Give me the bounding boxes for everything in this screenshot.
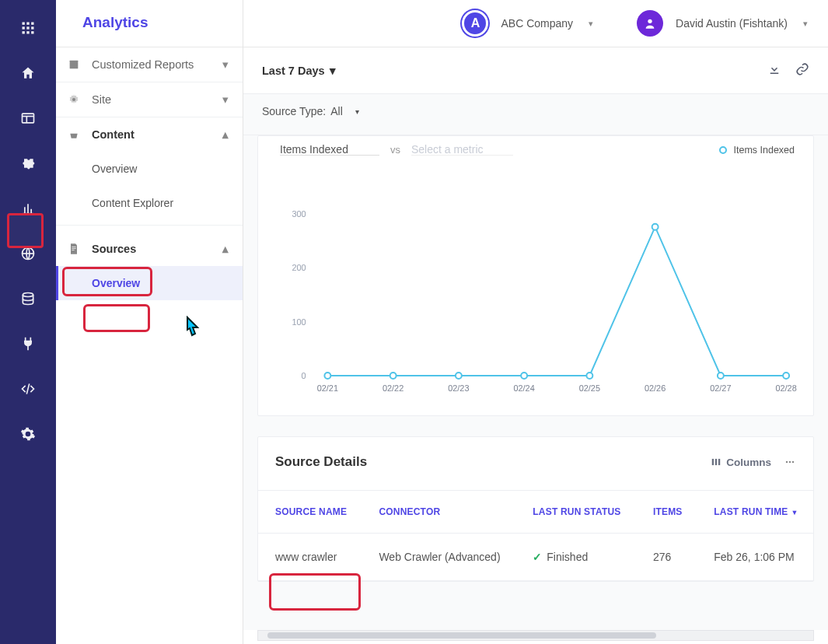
check-icon: ✓ (533, 551, 542, 563)
more-menu-button[interactable] (784, 456, 796, 468)
svg-rect-8 (31, 31, 33, 33)
chevron-down-icon: ▾ (355, 107, 359, 116)
source-type-label: Source Type: (262, 105, 326, 117)
svg-point-15 (324, 373, 330, 379)
brand-block: Analytics (56, 0, 243, 47)
line-chart: 300 200 100 0 02/21 02 (274, 182, 798, 392)
columns-icon (711, 457, 721, 467)
cell-connector: Web Crawler (Advanced) (362, 534, 515, 581)
link-icon[interactable] (795, 62, 809, 79)
sidebar-content-explorer[interactable]: Content Explorer (56, 186, 243, 226)
horizontal-scrollbar[interactable] (257, 630, 814, 641)
dashboard-icon[interactable] (19, 109, 37, 128)
ytick: 0 (302, 371, 306, 380)
gear-icon[interactable] (19, 425, 37, 443)
company-avatar[interactable]: A (462, 10, 488, 37)
svg-point-22 (783, 373, 789, 379)
xtick: 02/27 (710, 383, 731, 392)
svg-rect-4 (26, 26, 29, 29)
svg-rect-0 (23, 23, 25, 25)
svg-rect-12 (70, 61, 79, 69)
metric-selector-secondary[interactable]: Select a metric (411, 145, 513, 156)
xtick: 02/21 (317, 383, 338, 392)
user-avatar[interactable] (637, 10, 663, 37)
scrollbar-thumb[interactable] (267, 632, 656, 639)
chevron-up-icon: ▴ (222, 128, 229, 141)
cell-items: 276 (636, 534, 697, 581)
puzzle-icon[interactable] (19, 154, 37, 173)
sidebar-content[interactable]: Content ▴ (56, 117, 243, 152)
col-connector[interactable]: CONNECTOR (362, 491, 515, 534)
svg-point-17 (456, 373, 462, 379)
metric-selector-primary[interactable]: Items Indexed (280, 145, 379, 156)
series-line (327, 227, 786, 376)
xtick: 02/26 (645, 383, 666, 392)
svg-point-21 (718, 373, 724, 379)
reports-icon (67, 58, 81, 71)
col-last-run-time[interactable]: LAST RUN TIME▼ (697, 491, 813, 534)
col-source-name[interactable]: SOURCE NAME (258, 491, 362, 534)
columns-label: Columns (726, 457, 771, 468)
apps-grid-icon[interactable] (19, 19, 37, 37)
topbar: A ABC Company ▾ David Austin (Fishtank) … (243, 0, 828, 47)
filters-row: Last 7 Days ▾ (243, 47, 828, 94)
company-name: ABC Company (501, 17, 573, 30)
table-row[interactable]: www crawler Web Crawler (Advanced) ✓Fini… (258, 534, 813, 581)
svg-rect-5 (31, 26, 33, 29)
date-range-filter[interactable]: Last 7 Days ▾ (262, 65, 336, 77)
database-icon[interactable] (19, 289, 37, 308)
sidebar-site[interactable]: Site ▾ (56, 82, 243, 117)
xtick: 02/25 (579, 383, 600, 392)
chart-legend: Items Indexed (719, 145, 795, 156)
source-type-filter[interactable]: Source Type: All ▾ (243, 94, 828, 135)
main-region: A ABC Company ▾ David Austin (Fishtank) … (243, 0, 828, 644)
code-icon[interactable] (19, 380, 37, 398)
col-items[interactable]: ITEMS (636, 491, 697, 534)
bar-chart-icon[interactable] (19, 199, 37, 218)
globe-icon[interactable] (19, 244, 37, 263)
svg-point-18 (521, 373, 527, 379)
basket-icon (67, 128, 81, 141)
sidebar-label: Content (92, 128, 135, 141)
download-icon[interactable] (767, 62, 781, 79)
chevron-down-icon: ▾ (222, 58, 229, 71)
xtick: 02/22 (383, 383, 404, 392)
svg-point-11 (23, 293, 33, 297)
svg-point-20 (652, 224, 659, 230)
svg-point-27 (789, 461, 791, 463)
plug-icon[interactable] (19, 334, 37, 353)
details-heading: Source Details (275, 454, 367, 470)
svg-point-14 (648, 19, 652, 23)
company-dropdown[interactable]: ▾ (585, 16, 596, 32)
svg-rect-23 (712, 459, 714, 465)
sidebar: Analytics Customized Reports ▾ Site ▾ Co… (56, 0, 243, 644)
col-last-run-status[interactable]: LAST RUN STATUS (515, 491, 636, 534)
svg-point-28 (792, 461, 794, 463)
gear-small-icon (67, 93, 81, 106)
cell-last-run: Feb 26, 1:06 PM (697, 534, 813, 581)
sidebar-customized-reports[interactable]: Customized Reports ▾ (56, 47, 243, 82)
content-scroll[interactable]: Items Indexed vs Select a metric Items I… (243, 135, 828, 630)
sidebar-label: Site (92, 93, 111, 106)
xtick: 02/28 (775, 383, 796, 392)
left-nav-rail (0, 0, 56, 644)
source-details-panel: Source Details Columns SOURCE NAME CONNE… (257, 436, 814, 582)
svg-rect-2 (31, 23, 33, 25)
cell-status: ✓Finished (515, 534, 636, 581)
user-dropdown[interactable]: ▾ (800, 16, 811, 32)
more-horizontal-icon (784, 456, 796, 468)
ytick: 300 (292, 209, 306, 219)
svg-rect-3 (23, 26, 25, 29)
columns-button[interactable]: Columns (711, 457, 771, 468)
source-details-table: SOURCE NAME CONNECTOR LAST RUN STATUS IT… (258, 491, 813, 581)
svg-rect-24 (715, 459, 717, 465)
sort-desc-icon: ▼ (791, 509, 798, 516)
home-icon[interactable] (19, 64, 37, 82)
source-type-value: All (330, 105, 343, 117)
sidebar-sources-overview[interactable]: Overview (56, 266, 243, 300)
user-name: David Austin (Fishtank) (676, 17, 788, 30)
xtick: 02/24 (513, 383, 534, 392)
sidebar-sources[interactable]: Sources ▴ (56, 226, 243, 266)
ytick: 100 (292, 317, 306, 327)
sidebar-content-overview[interactable]: Overview (56, 152, 243, 186)
